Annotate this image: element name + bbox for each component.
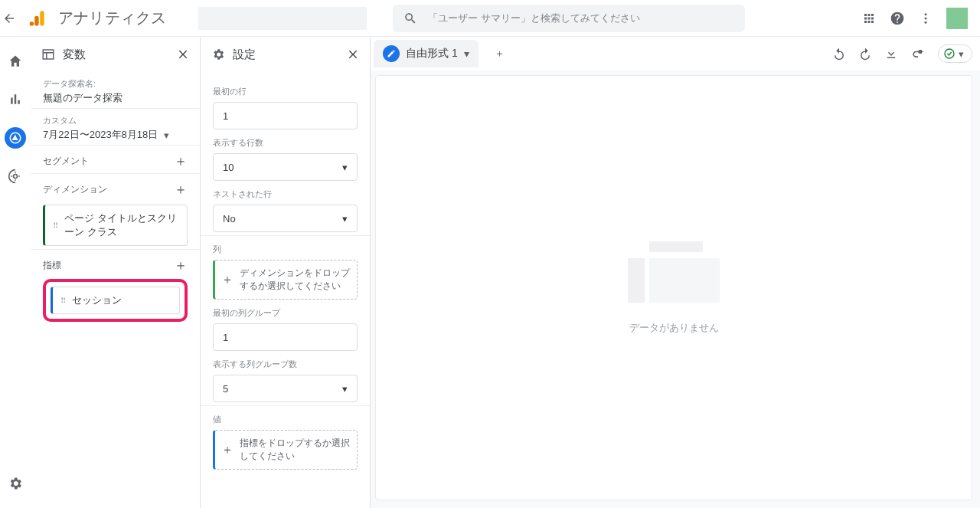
add-metric-button[interactable]: ＋ bbox=[174, 256, 188, 274]
share-button[interactable] bbox=[910, 46, 926, 61]
variables-panel: 変数 データ探索名: 無題のデータ探索 カスタム 7月22日〜2023年8月18… bbox=[31, 37, 201, 508]
apps-icon[interactable] bbox=[862, 11, 876, 25]
search-placeholder: 「ユーザー サマリー」と検索してみてください bbox=[428, 11, 640, 25]
app-title: アナリティクス bbox=[58, 8, 166, 28]
settings-panel: 設定 最初の行 1 表示する行数 10 ▾ ネストされた行 No ▾ 列 bbox=[201, 37, 371, 508]
app-header: アナリティクス 「ユーザー サマリー」と検索してみてください bbox=[0, 0, 980, 37]
highlighted-metric: ⠿ セッション bbox=[43, 279, 188, 322]
tab-freeform[interactable]: 自由形式 1 ▾ bbox=[374, 40, 479, 67]
start-row-label: 最初の行 bbox=[213, 86, 358, 97]
chevron-down-icon: ▾ bbox=[342, 213, 348, 225]
segments-section: セグメント ＋ bbox=[31, 146, 200, 174]
settings-panel-header: 設定 bbox=[201, 37, 370, 72]
svg-point-9 bbox=[945, 49, 954, 58]
exploration-name-section[interactable]: データ探索名: 無題のデータ探索 bbox=[31, 72, 200, 109]
canvas-toolbar: 自由形式 1 ▾ ＋ ▾ bbox=[371, 37, 980, 70]
first-col-group-input[interactable]: 1 bbox=[213, 323, 358, 351]
chevron-down-icon: ▾ bbox=[342, 383, 348, 395]
svg-point-3 bbox=[925, 13, 927, 15]
redo-button[interactable] bbox=[858, 47, 872, 61]
svg-rect-1 bbox=[34, 15, 38, 25]
dimensions-section: ディメンション ＋ ⠿ ページ タイトルとスクリーン クラス bbox=[31, 174, 200, 250]
plus-icon: ＋ bbox=[221, 272, 234, 288]
svg-rect-0 bbox=[40, 11, 44, 26]
nav-admin[interactable] bbox=[5, 473, 26, 494]
exploration-name-value: 無題のデータ探索 bbox=[43, 91, 188, 105]
columns-dropzone[interactable]: ＋ ディメンションをドロップするか選択してください bbox=[213, 260, 358, 300]
show-rows-label: 表示する行数 bbox=[213, 137, 358, 149]
edit-icon bbox=[383, 45, 400, 62]
show-col-groups-label: 表示する列グループ数 bbox=[213, 359, 358, 370]
show-rows-select[interactable]: 10 ▾ bbox=[213, 153, 358, 181]
start-row-input[interactable]: 1 bbox=[213, 102, 358, 129]
left-nav-rail bbox=[0, 37, 31, 508]
header-actions bbox=[862, 8, 968, 29]
show-col-groups-select[interactable]: 5 ▾ bbox=[213, 375, 358, 402]
back-button[interactable] bbox=[0, 11, 18, 25]
download-button[interactable] bbox=[884, 47, 898, 61]
svg-point-7 bbox=[14, 175, 18, 179]
variables-panel-title: 変数 bbox=[63, 48, 86, 62]
start-row-section: 最初の行 1 表示する行数 10 ▾ ネストされた行 No ▾ bbox=[201, 72, 370, 236]
exploration-name-label: データ探索名: bbox=[43, 78, 188, 90]
chevron-down-icon: ▾ bbox=[342, 162, 348, 173]
undo-button[interactable] bbox=[832, 47, 846, 61]
columns-label: 列 bbox=[213, 244, 358, 255]
tab-label: 自由形式 1 bbox=[406, 47, 458, 61]
svg-point-5 bbox=[925, 21, 927, 23]
close-variables-button[interactable] bbox=[177, 48, 189, 61]
nav-explore[interactable] bbox=[5, 127, 26, 149]
nested-rows-label: ネストされた行 bbox=[213, 188, 358, 200]
date-range-value: 7月22日〜2023年8月18日 bbox=[43, 128, 158, 142]
drag-handle-icon: ⠿ bbox=[60, 297, 64, 305]
add-segment-button[interactable]: ＋ bbox=[174, 152, 188, 170]
chevron-down-icon: ▾ bbox=[464, 48, 469, 60]
chevron-down-icon: ▾ bbox=[164, 129, 169, 141]
drag-handle-icon: ⠿ bbox=[53, 221, 57, 230]
nested-rows-select[interactable]: No ▾ bbox=[213, 205, 358, 232]
search-icon bbox=[403, 11, 417, 25]
columns-section: 列 ＋ ディメンションをドロップするか選択してください 最初の列グループ 1 表… bbox=[201, 236, 370, 406]
svg-point-2 bbox=[30, 21, 34, 25]
first-col-group-label: 最初の列グループ bbox=[213, 307, 358, 319]
metrics-label: 指標 bbox=[43, 259, 61, 272]
status-indicator[interactable]: ▾ bbox=[938, 44, 972, 63]
help-icon[interactable] bbox=[890, 11, 905, 26]
date-range-section[interactable]: カスタム 7月22日〜2023年8月18日 ▾ bbox=[31, 109, 200, 146]
metric-chip[interactable]: ⠿ セッション bbox=[51, 287, 180, 314]
metric-chip-label: セッション bbox=[72, 293, 122, 307]
close-settings-button[interactable] bbox=[347, 48, 359, 61]
values-label: 値 bbox=[213, 414, 358, 425]
property-selector[interactable] bbox=[198, 7, 367, 30]
dimension-chip[interactable]: ⠿ ページ タイトルとスクリーン クラス bbox=[43, 205, 188, 246]
dimension-chip-label: ページ タイトルとスクリーン クラス bbox=[64, 211, 179, 239]
nav-advertising[interactable] bbox=[5, 166, 26, 187]
settings-panel-title: 設定 bbox=[233, 48, 256, 62]
search-input[interactable]: 「ユーザー サマリー」と検索してみてください bbox=[393, 5, 745, 32]
arrow-left-icon bbox=[2, 11, 16, 25]
svg-point-4 bbox=[925, 17, 927, 19]
segments-label: セグメント bbox=[43, 155, 89, 168]
add-dimension-button[interactable]: ＋ bbox=[174, 180, 188, 198]
exploration-canvas: 自由形式 1 ▾ ＋ ▾ データがありません bbox=[371, 37, 980, 508]
more-vert-icon[interactable] bbox=[919, 11, 933, 25]
nav-reports[interactable] bbox=[5, 89, 26, 110]
empty-state-text: データがありません bbox=[629, 321, 719, 335]
ga-logo-icon bbox=[28, 8, 47, 28]
values-dropzone[interactable]: ＋ 指標をドロップするか選択してください bbox=[213, 430, 358, 470]
metrics-section: 指標 ＋ ⠿ セッション bbox=[31, 250, 200, 325]
plus-icon: ＋ bbox=[221, 442, 234, 458]
check-circle-icon bbox=[943, 48, 956, 60]
variables-panel-header: 変数 bbox=[31, 37, 200, 72]
svg-rect-8 bbox=[43, 50, 54, 59]
values-section: 値 ＋ 指標をドロップするか選択してください bbox=[201, 406, 370, 473]
chevron-down-icon: ▾ bbox=[959, 48, 964, 60]
gear-icon bbox=[211, 48, 225, 61]
avatar[interactable] bbox=[946, 8, 968, 29]
nav-home[interactable] bbox=[5, 51, 26, 72]
variables-icon bbox=[41, 48, 55, 61]
empty-state-icon bbox=[628, 241, 720, 303]
date-range-label: カスタム bbox=[43, 115, 188, 126]
dimensions-label: ディメンション bbox=[43, 183, 107, 196]
add-tab-button[interactable]: ＋ bbox=[488, 41, 512, 66]
